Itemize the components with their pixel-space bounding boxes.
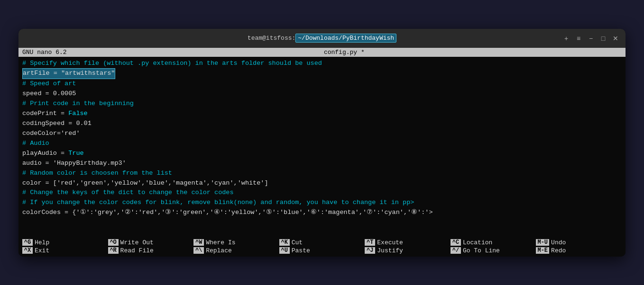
shortcut-label-location: Location xyxy=(463,239,492,246)
editor-line-10: playAudio = True xyxy=(22,149,622,159)
maximize-button[interactable]: □ xyxy=(599,34,607,43)
shortcut-label-paste: Paste xyxy=(292,247,310,254)
minimize-button[interactable]: − xyxy=(587,34,595,43)
shortcut-label-read: Read File xyxy=(120,247,154,254)
shortcut-label-where: Where Is xyxy=(206,239,235,246)
shortcut-write-out[interactable]: ^O Write Out xyxy=(108,239,194,247)
add-tab-button[interactable]: + xyxy=(562,34,570,43)
shortcut-label-execute: Execute xyxy=(377,239,403,246)
shortcut-paste[interactable]: ^U Paste xyxy=(279,247,365,255)
close-button[interactable]: ✕ xyxy=(611,34,620,43)
window-title: team@itsfoss:~/Downloads/PyBirthdayWish xyxy=(248,35,396,42)
shortcut-key-write: ^O xyxy=(108,239,119,246)
shortcut-where-is[interactable]: ^W Where Is xyxy=(193,239,279,247)
file-name: config.py * xyxy=(324,49,365,56)
editor-line-6: codePrint = False xyxy=(22,109,622,119)
title-path: ~/Downloads/PyBirthdayWish xyxy=(295,34,396,43)
shortcut-execute[interactable]: ^T Execute xyxy=(365,239,451,247)
editor-line-9: # Audio xyxy=(22,139,622,149)
shortcut-replace[interactable]: ^\ Replace xyxy=(193,247,279,255)
shortcut-location[interactable]: ^C Location xyxy=(451,239,536,247)
shortcut-go-to-line[interactable]: ^/ Go To Line xyxy=(451,247,536,255)
editor-line-8: codeColor='red' xyxy=(22,129,622,139)
window-controls: + ≡ − □ ✕ xyxy=(562,34,620,43)
nano-header: GNU nano 6.2 config.py * xyxy=(18,48,626,57)
shortcut-key-read: ^R xyxy=(108,247,119,254)
editor-line-11: audio = 'HappyBirthday.mp3' xyxy=(22,159,622,169)
editor-line-4: speed = 0.0005 xyxy=(22,89,622,99)
menu-button[interactable]: ≡ xyxy=(574,34,583,43)
shortcut-row-2: ^X Exit ^R Read File ^\ Replace ^U Paste… xyxy=(22,247,622,255)
shortcut-label-redo: Redo xyxy=(551,247,566,254)
shortcut-key-execute: ^T xyxy=(365,239,375,246)
shortcut-label-help: Help xyxy=(35,239,49,246)
shortcut-key-help: ^G xyxy=(22,239,33,246)
shortcut-key-where: ^W xyxy=(193,239,204,246)
editor-line-1: # Specify which file (without .py extens… xyxy=(22,59,622,69)
shortcut-label-gotoline: Go To Line xyxy=(463,247,500,254)
shortcut-label-exit: Exit xyxy=(35,247,49,254)
shortcut-key-exit: ^X xyxy=(22,247,33,254)
title-prefix: team@itsfoss: xyxy=(248,35,295,42)
shortcut-key-location: ^C xyxy=(451,239,461,246)
shortcut-justify[interactable]: ^J Justify xyxy=(365,247,451,255)
shortcut-exit[interactable]: ^X Exit xyxy=(22,247,108,255)
editor-line-7: codingSpeed = 0.01 xyxy=(22,119,622,129)
shortcut-key-gotoline: ^/ xyxy=(451,247,461,254)
terminal-window: team@itsfoss:~/Downloads/PyBirthdayWish … xyxy=(18,29,626,257)
editor-line-12: # Random color is choosen from the list xyxy=(22,169,622,178)
editor-line-3: # Speed of art xyxy=(22,79,622,89)
shortcut-label-undo: Undo xyxy=(551,239,566,246)
shortcut-key-paste: ^U xyxy=(279,247,290,254)
editor-area[interactable]: # Specify which file (without .py extens… xyxy=(18,57,626,237)
shortcut-label-justify: Justify xyxy=(377,247,403,254)
shortcut-cut[interactable]: ^K Cut xyxy=(279,239,365,247)
shortcut-key-justify: ^J xyxy=(365,247,375,254)
editor-line-5: # Print code in the beginning xyxy=(22,99,622,109)
nano-version: GNU nano 6.2 xyxy=(22,49,67,56)
shortcut-undo[interactable]: M-U Undo xyxy=(536,239,622,247)
shortcut-row-1: ^G Help ^O Write Out ^W Where Is ^K Cut … xyxy=(22,239,622,247)
shortcut-key-replace: ^\ xyxy=(193,247,204,254)
shortcut-key-redo: M-E xyxy=(536,247,549,254)
editor-line-15: # If you change the color codes for blin… xyxy=(22,198,622,208)
shortcut-label-cut: Cut xyxy=(292,239,303,246)
shortcut-redo[interactable]: M-E Redo xyxy=(536,247,622,255)
editor-line-16: colorCodes = {'①':'grey','②':'red','③':'… xyxy=(22,208,622,218)
titlebar: team@itsfoss:~/Downloads/PyBirthdayWish … xyxy=(18,29,626,48)
editor-line-13: color = ['red','green','yellow','blue','… xyxy=(22,178,622,188)
editor-line-2: artFile = "artwithstars" xyxy=(22,68,622,79)
shortcut-bar: ^G Help ^O Write Out ^W Where Is ^K Cut … xyxy=(18,237,626,257)
shortcut-label-write: Write Out xyxy=(120,239,154,246)
shortcut-label-replace: Replace xyxy=(206,247,232,254)
shortcut-read-file[interactable]: ^R Read File xyxy=(108,247,194,255)
shortcut-help[interactable]: ^G Help xyxy=(22,239,108,247)
editor-line-14: # Change the keys of the dict to change … xyxy=(22,188,622,198)
shortcut-key-undo: M-U xyxy=(536,239,549,246)
shortcut-key-cut: ^K xyxy=(279,239,290,246)
